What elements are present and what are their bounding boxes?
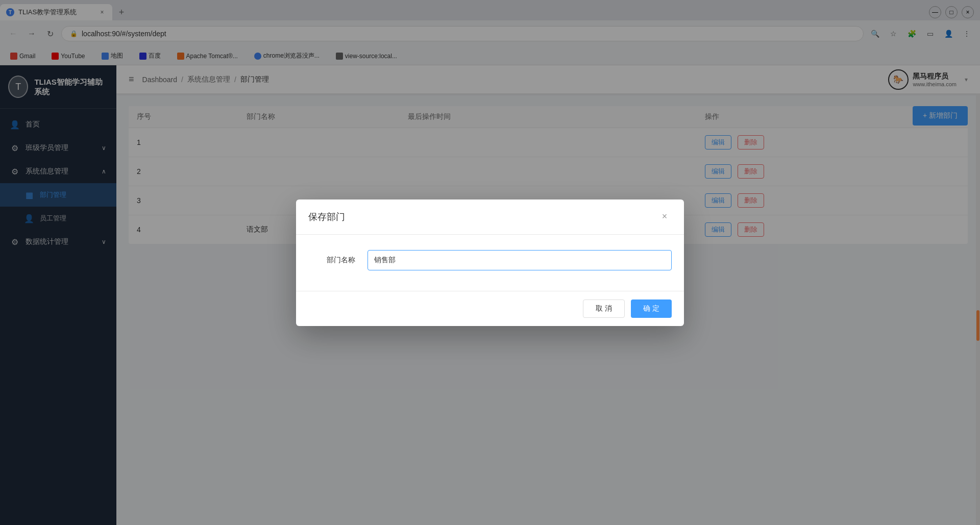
modal-body: 部门名称: [296, 235, 684, 291]
modal-overlay[interactable]: 保存部门 × 部门名称 取 消 确 定: [0, 0, 980, 525]
modal-title: 保存部门: [308, 211, 345, 223]
modal-close-button[interactable]: ×: [657, 210, 672, 224]
modal-footer: 取 消 确 定: [296, 291, 684, 326]
form-row-dept-name: 部门名称: [308, 250, 672, 270]
save-dept-modal: 保存部门 × 部门名称 取 消 确 定: [296, 199, 684, 326]
cancel-button[interactable]: 取 消: [583, 299, 625, 318]
dept-name-label: 部门名称: [308, 256, 359, 265]
confirm-button[interactable]: 确 定: [631, 299, 672, 318]
dept-name-input[interactable]: [368, 250, 672, 270]
modal-header: 保存部门 ×: [296, 199, 684, 235]
